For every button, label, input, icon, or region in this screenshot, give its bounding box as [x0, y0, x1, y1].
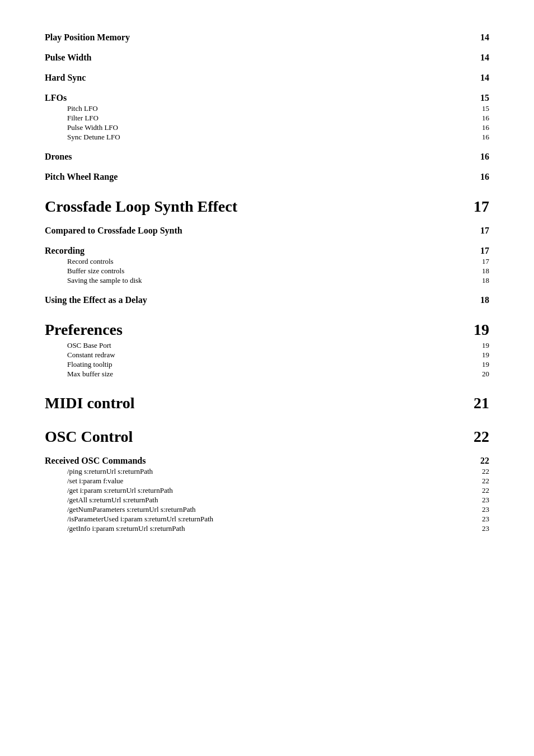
toc-entry-title: Pitch Wheel Range [45, 172, 467, 182]
toc-section: Recording17Record controls17Buffer size … [45, 246, 489, 285]
toc-entry-page: 18 [467, 295, 489, 305]
toc-entry-page: 16 [467, 172, 489, 182]
toc-entry-page: 17 [467, 226, 489, 236]
toc-entry-level3: /get i:param s:returnUrl s:returnPath22 [45, 486, 489, 495]
toc-entry-child-page: 18 [467, 267, 489, 276]
toc-entry-page: 19 [467, 321, 489, 339]
toc-entry-level1: MIDI control21 [45, 394, 489, 412]
toc-entry-page: 14 [467, 73, 489, 83]
toc-section: Drones16 [45, 152, 489, 162]
toc-entry-title: Crossfade Loop Synth Effect [45, 198, 467, 216]
toc-entry-child-page: 16 [467, 123, 489, 132]
toc-entry-child-page: 22 [467, 467, 489, 476]
toc-entry-level3: Pitch LFO15 [45, 104, 489, 113]
toc-entry-child-title: Max buffer size [67, 370, 467, 379]
toc-entry-child-title: Pitch LFO [67, 104, 467, 113]
toc-entry-page: 22 [467, 456, 489, 466]
toc-entry-title: MIDI control [45, 394, 467, 412]
toc-entry-child-title: Sync Detune LFO [67, 133, 467, 142]
toc-entry-page: 14 [467, 32, 489, 43]
toc-entry-child-title: Saving the sample to disk [67, 276, 467, 285]
toc-entry-level3: Constant redraw19 [45, 351, 489, 360]
toc-entry-page: 15 [467, 93, 489, 103]
toc-entry-child-page: 15 [467, 104, 489, 113]
toc-entry-level2: Pulse Width14 [45, 53, 489, 63]
toc-section: LFOs15Pitch LFO15Filter LFO16Pulse Width… [45, 93, 489, 142]
toc-entry-level2: Compared to Crossfade Loop Synth17 [45, 226, 489, 236]
toc-entry-child-page: 23 [467, 496, 489, 505]
toc-section: Crossfade Loop Synth Effect17 [45, 198, 489, 216]
toc-entry-child-title: Record controls [67, 257, 467, 266]
toc-section: Pitch Wheel Range16 [45, 172, 489, 182]
toc-entry-child-title: /set i:param f:value [67, 477, 467, 486]
toc-section: Preferences19OSC Base Port19Constant red… [45, 321, 489, 379]
toc-entry-title: Compared to Crossfade Loop Synth [45, 226, 467, 236]
toc-entry-level2: Using the Effect as a Delay18 [45, 295, 489, 305]
toc-entry-child-page: 16 [467, 114, 489, 123]
toc-section: Using the Effect as a Delay18 [45, 295, 489, 305]
toc-entry-level1: Crossfade Loop Synth Effect17 [45, 198, 489, 216]
toc-entry-level2: Drones16 [45, 152, 489, 162]
toc-entry-child-page: 22 [467, 486, 489, 495]
toc-entry-title: Pulse Width [45, 53, 467, 63]
toc-entry-child-title: Buffer size controls [67, 267, 467, 276]
toc-entry-level3: Max buffer size20 [45, 370, 489, 379]
toc-entry-level1: OSC Control22 [45, 428, 489, 446]
toc-entry-page: 16 [467, 152, 489, 162]
toc-entry-level3: /ping s:returnUrl s:returnPath22 [45, 467, 489, 476]
toc-entry-title: Drones [45, 152, 467, 162]
toc-entry-child-title: /get i:param s:returnUrl s:returnPath [67, 486, 467, 495]
toc-entry-level1: Preferences19 [45, 321, 489, 339]
toc-entry-level2: LFOs15 [45, 93, 489, 103]
toc-entry-child-page: 19 [467, 351, 489, 360]
toc-entry-page: 14 [467, 53, 489, 63]
toc-entry-child-title: OSC Base Port [67, 341, 467, 350]
toc-entry-level2: Pitch Wheel Range16 [45, 172, 489, 182]
toc-entry-child-title: /getInfo i:param s:returnUrl s:returnPat… [67, 524, 467, 533]
toc-entry-child-page: 18 [467, 276, 489, 285]
toc-entry-child-title: Constant redraw [67, 351, 467, 360]
toc-entry-level3: /isParameterUsed i:param s:returnUrl s:r… [45, 515, 489, 524]
toc-section: Hard Sync14 [45, 73, 489, 83]
toc-entry-child-page: 17 [467, 257, 489, 266]
toc-entry-level2: Play Position Memory14 [45, 32, 489, 43]
toc-entry-level2: Hard Sync14 [45, 73, 489, 83]
toc-entry-level3: Record controls17 [45, 257, 489, 266]
toc-entry-level2: Recording17 [45, 246, 489, 256]
toc-entry-child-title: Pulse Width LFO [67, 123, 467, 132]
toc-section: Compared to Crossfade Loop Synth17 [45, 226, 489, 236]
toc-entry-page: 17 [467, 246, 489, 256]
toc-entry-child-page: 16 [467, 133, 489, 142]
toc-entry-child-page: 19 [467, 360, 489, 369]
toc-entry-level3: Filter LFO16 [45, 114, 489, 123]
toc-entry-child-title: Filter LFO [67, 114, 467, 123]
toc-entry-title: Received OSC Commands [45, 456, 467, 466]
toc-entry-child-title: /ping s:returnUrl s:returnPath [67, 467, 467, 476]
toc-entry-page: 17 [467, 198, 489, 216]
toc-entry-level3: Floating tooltip19 [45, 360, 489, 369]
toc-entry-child-page: 23 [467, 505, 489, 514]
toc-entry-child-page: 22 [467, 477, 489, 486]
toc-entry-child-title: Floating tooltip [67, 360, 467, 369]
toc-entry-title: Preferences [45, 321, 467, 339]
toc-entry-level3: /getInfo i:param s:returnUrl s:returnPat… [45, 524, 489, 533]
toc-entry-title: Play Position Memory [45, 32, 467, 43]
toc-entry-title: Recording [45, 246, 467, 256]
toc-entry-title: Using the Effect as a Delay [45, 295, 467, 305]
toc-entry-level3: Sync Detune LFO16 [45, 133, 489, 142]
toc-entry-child-title: /getAll s:returnUrl s:returnPath [67, 496, 467, 505]
toc-entry-level3: Pulse Width LFO16 [45, 123, 489, 132]
toc-entry-level3: /getAll s:returnUrl s:returnPath23 [45, 496, 489, 505]
toc-entry-child-page: 23 [467, 515, 489, 524]
toc-entry-child-page: 23 [467, 524, 489, 533]
toc-entry-title: LFOs [45, 93, 467, 103]
toc-entry-page: 22 [467, 428, 489, 446]
toc-entry-page: 21 [467, 394, 489, 412]
toc-entry-level3: /getNumParameters s:returnUrl s:returnPa… [45, 505, 489, 514]
toc-entry-child-title: /isParameterUsed i:param s:returnUrl s:r… [67, 515, 467, 524]
toc-entry-child-title: /getNumParameters s:returnUrl s:returnPa… [67, 505, 467, 514]
toc-entry-level2: Received OSC Commands22 [45, 456, 489, 466]
toc-entry-level3: Saving the sample to disk18 [45, 276, 489, 285]
toc-entry-child-page: 20 [467, 370, 489, 379]
toc-section: Received OSC Commands22/ping s:returnUrl… [45, 456, 489, 533]
